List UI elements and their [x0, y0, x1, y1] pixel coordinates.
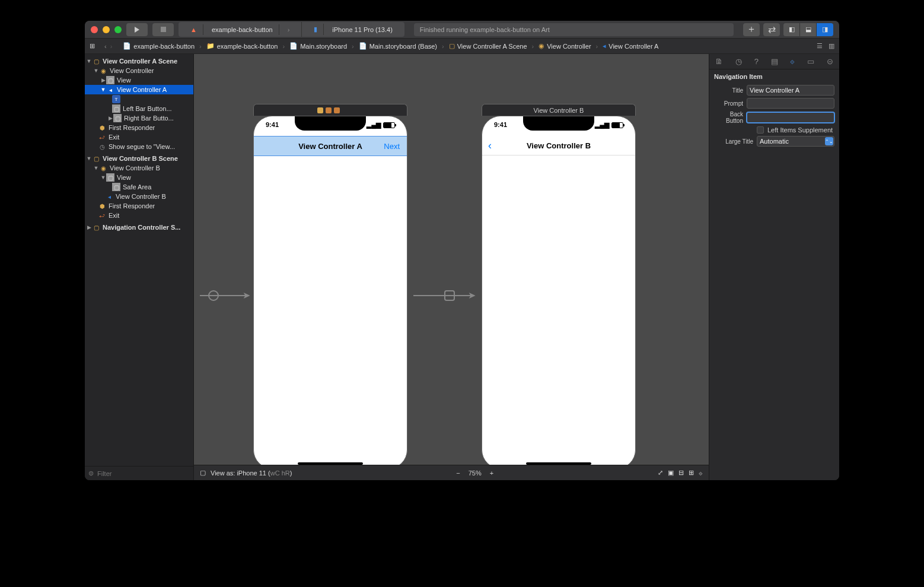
- back-chevron-icon[interactable]: ‹: [488, 139, 492, 152]
- connections-inspector-tab[interactable]: ⊝: [827, 57, 833, 66]
- identity-inspector-tab[interactable]: ▤: [771, 57, 778, 66]
- next-button[interactable]: Next: [384, 142, 400, 151]
- signal-icon: ▂▄▆: [595, 121, 609, 129]
- filter-input[interactable]: [97, 470, 190, 477]
- scene-a-phone[interactable]: 9:41 ▂▄▆ View Controller A Next: [253, 104, 407, 465]
- zoom-level[interactable]: 75%: [469, 469, 482, 477]
- tree-item[interactable]: ▼◉View Controller B: [85, 163, 193, 173]
- navbar-b-title: View Controller B: [527, 141, 591, 150]
- breadcrumb-item[interactable]: 📄Main.storyboard (Base): [359, 42, 437, 50]
- outline-filter: ⊜: [85, 466, 193, 480]
- toggle-navigator-button[interactable]: ◧: [783, 23, 800, 36]
- scene-a-label[interactable]: [253, 104, 407, 116]
- activity-viewer: Finished running example-back-button on …: [414, 23, 734, 36]
- minimize-window-button[interactable]: [103, 26, 110, 33]
- scene-b-phone[interactable]: View Controller B 9:41 ▂▄▆ ‹: [482, 104, 636, 465]
- embed-icon[interactable]: ▣: [668, 469, 674, 477]
- title-input[interactable]: [747, 85, 834, 96]
- back-button-input[interactable]: [747, 112, 834, 123]
- breadcrumb-item[interactable]: ▢View Controller A Scene: [449, 42, 527, 50]
- tree-item[interactable]: ⬢First Responder: [85, 123, 193, 132]
- tree-item[interactable]: T: [85, 94, 193, 104]
- traffic-lights: [91, 26, 122, 33]
- breadcrumb-item[interactable]: ◉View Controller: [539, 42, 591, 50]
- interface-builder-canvas: ➤ ➤ 9:41 ▂▄▆: [194, 54, 709, 480]
- scheme-project-label: example-back-button: [206, 24, 279, 35]
- home-indicator: [298, 462, 363, 465]
- battery-icon: [611, 122, 623, 128]
- tree-item[interactable]: ▼▢View: [85, 173, 193, 182]
- tree-scene-b[interactable]: ▼▢View Controller B Scene: [85, 154, 193, 163]
- zoom-in-button[interactable]: +: [490, 469, 493, 477]
- chevron-updown-icon: ⌃⌄: [825, 137, 833, 145]
- tree-item[interactable]: ▶▢View: [85, 75, 193, 85]
- breadcrumb-item[interactable]: 📁example-back-button: [206, 42, 278, 50]
- tree-item[interactable]: ◂View Controller B: [85, 192, 193, 201]
- large-title-label: Large Title: [714, 138, 753, 145]
- back-button-label: Back Button: [714, 111, 743, 124]
- scheme-selector[interactable]: ▲example-back-button› ▮iPhone 11 Pro (13…: [179, 22, 404, 37]
- align-icon[interactable]: ⊟: [678, 469, 684, 477]
- history-inspector-tab[interactable]: ◷: [735, 57, 742, 66]
- stop-button[interactable]: [152, 23, 174, 36]
- breadcrumb-item[interactable]: 📄example-back-button: [123, 42, 195, 50]
- navbar-a[interactable]: View Controller A Next: [254, 137, 407, 156]
- left-items-label: Left Items Supplement: [767, 126, 833, 134]
- adjust-editor-icon[interactable]: ☰: [817, 42, 823, 50]
- jump-bar: ⊞ ‹ › 📄example-back-button› 📁example-bac…: [85, 39, 839, 54]
- toggle-debug-button[interactable]: ⬓: [800, 23, 817, 36]
- view-as-label[interactable]: View as: iPhone 11 (wC hR): [211, 469, 292, 477]
- canvas-bottom-bar: ▢ View as: iPhone 11 (wC hR) − 75% + ⤢ ▣…: [194, 465, 709, 480]
- file-inspector-tab[interactable]: 🗎: [715, 57, 723, 66]
- status-bar: 9:41 ▂▄▆: [482, 121, 635, 129]
- tree-item[interactable]: ⬢First Responder: [85, 201, 193, 211]
- document-outline: ▼▢View Controller A Scene ▼◉View Control…: [85, 54, 194, 480]
- breadcrumb-item[interactable]: ◂View Controller A: [603, 42, 658, 50]
- back-nav-button[interactable]: ‹: [104, 43, 107, 50]
- breadcrumb-item[interactable]: 📄Main.storyboard: [289, 42, 347, 50]
- inspector-panel: 🗎 ◷ ? ▤ ⟐ ▭ ⊝ Navigation Item Title Prom…: [709, 54, 839, 480]
- svg-rect-0: [161, 27, 166, 32]
- navbar-b[interactable]: ‹ View Controller B: [482, 137, 635, 156]
- run-button[interactable]: [126, 23, 148, 36]
- navbar-a-title: View Controller A: [298, 142, 362, 151]
- canvas[interactable]: ➤ ➤ 9:41 ▂▄▆: [194, 54, 709, 465]
- add-editor-icon[interactable]: ▥: [829, 42, 834, 50]
- prompt-input[interactable]: [747, 98, 834, 109]
- prompt-label: Prompt: [714, 100, 743, 107]
- filter-icon: ⊜: [88, 469, 94, 477]
- forward-nav-button[interactable]: ›: [110, 43, 113, 50]
- tree-item[interactable]: ▶▢Right Bar Butto...: [85, 113, 193, 123]
- tree-nav-scene[interactable]: ▶▢Navigation Controller S...: [85, 223, 193, 232]
- large-title-select[interactable]: Automatic ⌃⌄: [757, 136, 834, 147]
- tree-scene-a[interactable]: ▼▢View Controller A Scene: [85, 56, 193, 66]
- help-inspector-tab[interactable]: ?: [754, 57, 759, 66]
- tree-item[interactable]: ▼◉View Controller: [85, 66, 193, 75]
- home-indicator: [526, 462, 591, 465]
- tree-item[interactable]: ⮐Exit: [85, 132, 193, 142]
- device-config-icon[interactable]: ▢: [200, 469, 206, 477]
- zoom-window-button[interactable]: [114, 26, 122, 33]
- library-button[interactable]: ＋: [743, 23, 760, 36]
- tree-item[interactable]: ◷Show segue to "View...: [85, 142, 193, 151]
- resolve-icon[interactable]: ⟐: [699, 469, 703, 477]
- size-inspector-tab[interactable]: ▭: [807, 57, 814, 66]
- close-window-button[interactable]: [91, 26, 98, 33]
- inspector-tabs: 🗎 ◷ ? ▤ ⟐ ▭ ⊝: [709, 54, 839, 69]
- constraints-icon[interactable]: ⤢: [658, 469, 663, 477]
- tree-item[interactable]: ▢Safe Area: [85, 182, 193, 192]
- tree-item[interactable]: ▢Left Bar Button...: [85, 104, 193, 113]
- tree-item[interactable]: ⮐Exit: [85, 211, 193, 220]
- attributes-inspector-tab[interactable]: ⟐: [790, 57, 795, 66]
- status-bar: 9:41 ▂▄▆: [254, 121, 407, 129]
- pin-icon[interactable]: ⊞: [689, 469, 694, 477]
- left-items-checkbox[interactable]: [757, 126, 764, 134]
- battery-icon: [383, 122, 395, 128]
- related-items-icon[interactable]: ⊞: [90, 42, 95, 50]
- scene-b-label[interactable]: View Controller B: [482, 104, 636, 116]
- zoom-out-button[interactable]: −: [456, 469, 460, 477]
- title-label: Title: [714, 87, 743, 94]
- tree-item-selected[interactable]: ▼◂View Controller A: [85, 85, 193, 94]
- toggle-inspector-button[interactable]: ◨: [817, 23, 833, 36]
- code-review-button[interactable]: ⇄: [763, 23, 780, 36]
